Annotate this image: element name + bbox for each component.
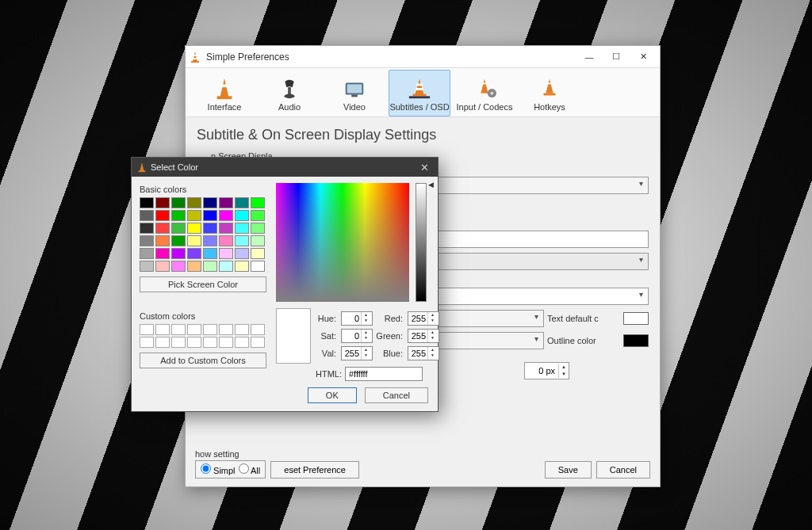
basic-color-swatch[interactable] [140,197,154,208]
custom-color-slot[interactable] [187,337,201,348]
basic-color-swatch[interactable] [219,223,233,234]
ok-button[interactable]: OK [308,387,357,403]
custom-color-slot[interactable] [171,324,186,335]
hue-input[interactable]: ▲▼ [341,311,373,326]
basic-color-swatch[interactable] [203,235,217,246]
custom-color-slot[interactable] [171,337,186,348]
tab-audio[interactable]: Audio [259,70,320,116]
basic-color-swatch[interactable] [219,261,233,272]
basic-color-swatch[interactable] [140,235,154,246]
basic-color-swatch[interactable] [235,261,249,272]
radio-all[interactable]: All [239,463,261,475]
sat-input[interactable]: ▲▼ [341,329,373,343]
basic-color-swatch[interactable] [219,197,233,208]
custom-color-slot[interactable] [140,324,154,335]
pick-screen-color-button[interactable]: Pick Screen Color [140,276,266,292]
custom-color-slot[interactable] [155,337,170,348]
radio-simple[interactable]: Simpl [201,463,236,475]
basic-color-swatch[interactable] [251,261,265,272]
custom-color-slot[interactable] [251,324,265,335]
outline-color-swatch[interactable] [623,334,649,347]
val-input[interactable]: ▲▼ [341,346,373,360]
basic-color-swatch[interactable] [171,210,186,221]
basic-color-swatch[interactable] [140,210,154,221]
maximize-button[interactable]: ☐ [603,48,630,66]
basic-color-swatch[interactable] [187,235,201,246]
color-preview [276,308,311,364]
basic-color-swatch[interactable] [155,223,170,234]
basic-color-swatch[interactable] [187,197,201,208]
red-input[interactable]: ▲▼ [408,311,439,326]
custom-color-slot[interactable] [203,337,217,348]
basic-color-swatch[interactable] [155,235,170,246]
basic-color-swatch[interactable] [219,210,233,221]
custom-color-slot[interactable] [219,324,233,335]
basic-color-swatch[interactable] [171,235,186,246]
color-cancel-button[interactable]: Cancel [365,387,428,403]
basic-color-swatch[interactable] [251,223,265,234]
basic-color-swatch[interactable] [235,223,249,234]
custom-color-slot[interactable] [235,324,249,335]
reset-preferences-button[interactable]: eset Preference [270,461,359,479]
cancel-button[interactable]: Cancel [596,461,650,479]
show-settings-label: how setting [195,449,266,459]
green-input[interactable]: ▲▼ [408,329,439,343]
basic-color-swatch[interactable] [235,235,249,246]
custom-color-slot[interactable] [219,337,233,348]
tab-hotkeys[interactable]: Hotkeys [519,70,580,116]
custom-color-slot[interactable] [187,324,201,335]
basic-color-swatch[interactable] [251,235,265,246]
val-label: Val: [316,349,338,358]
basic-color-swatch[interactable] [203,261,217,272]
basic-color-swatch[interactable] [203,223,217,234]
basic-color-swatch[interactable] [171,223,186,234]
basic-color-swatch[interactable] [203,210,217,221]
basic-color-swatch[interactable] [251,197,265,208]
tab-input-codecs[interactable]: Input / Codecs [454,70,515,116]
basic-color-swatch[interactable] [219,248,233,259]
basic-color-swatch[interactable] [187,261,201,272]
color-dialog-titlebar[interactable]: Select Color ✕ [132,158,438,177]
tab-subtitles[interactable]: Subtitles / OSD [389,70,450,116]
basic-color-swatch[interactable] [187,223,201,234]
basic-color-swatch[interactable] [187,210,201,221]
basic-color-swatch[interactable] [171,197,186,208]
minimize-button[interactable]: — [576,48,603,66]
tab-video[interactable]: Video [324,70,385,116]
basic-color-swatch[interactable] [203,248,217,259]
basic-color-swatch[interactable] [251,210,265,221]
close-button[interactable]: ✕ [630,48,657,66]
basic-color-swatch[interactable] [235,210,249,221]
preferences-titlebar[interactable]: Simple Preferences — ☐ ✕ [186,46,660,68]
basic-color-swatch[interactable] [203,197,217,208]
custom-color-slot[interactable] [251,337,265,348]
tab-interface[interactable]: Interface [193,70,255,116]
hue-sat-gradient[interactable] [276,183,409,302]
basic-color-swatch[interactable] [171,261,186,272]
custom-color-slot[interactable] [155,324,170,335]
basic-color-swatch[interactable] [155,197,170,208]
basic-color-swatch[interactable] [235,197,249,208]
text-default-color-swatch[interactable] [623,312,649,325]
blue-input[interactable]: ▲▼ [408,346,439,360]
basic-color-swatch[interactable] [235,248,249,259]
basic-color-swatch[interactable] [140,261,154,272]
basic-color-swatch[interactable] [140,223,154,234]
basic-color-swatch[interactable] [155,210,170,221]
html-color-input[interactable] [345,367,423,381]
basic-color-swatch[interactable] [155,261,170,272]
basic-color-swatch[interactable] [187,248,201,259]
basic-color-swatch[interactable] [171,248,186,259]
shadow-offset-spinbox[interactable]: ▲▼ [524,362,569,379]
custom-color-slot[interactable] [140,337,154,348]
basic-color-swatch[interactable] [219,235,233,246]
save-button[interactable]: Save [545,461,592,479]
basic-color-swatch[interactable] [155,248,170,259]
value-slider[interactable] [416,183,427,302]
basic-color-swatch[interactable] [251,248,265,259]
color-dialog-close-button[interactable]: ✕ [416,162,433,173]
basic-color-swatch[interactable] [140,248,154,259]
custom-color-slot[interactable] [235,337,249,348]
custom-color-slot[interactable] [203,324,217,335]
add-to-custom-colors-button[interactable]: Add to Custom Colors [140,353,266,368]
